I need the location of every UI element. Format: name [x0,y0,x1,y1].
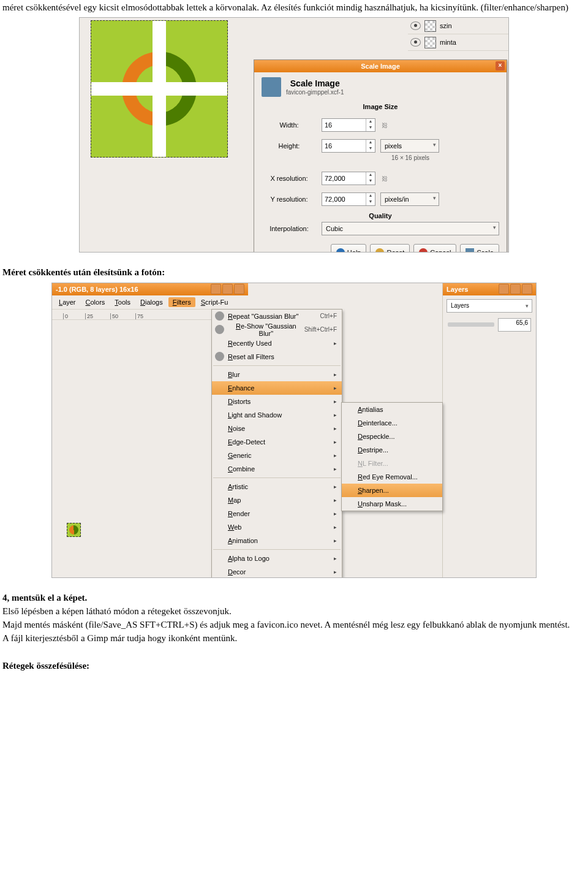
height-label: Height: [262,142,317,150]
help-button[interactable]: Help [331,244,367,253]
pixel-note: 16 × 16 pixels [322,154,499,161]
menu-item[interactable]: Destripe... [342,443,442,457]
layers-window-title: Layers [443,283,536,295]
menu-item[interactable]: Animation▸ [212,534,342,547]
favicon-preview [67,523,81,537]
menu-item[interactable]: Re-Show "Gaussian Blur"Shift+Ctrl+F [212,323,342,337]
menu-item[interactable]: Light and Shadow▸ [212,408,342,422]
menu-item[interactable]: Sharpen... [342,484,442,497]
close-icon[interactable]: × [496,61,505,70]
menu-item[interactable]: Noise▸ [212,422,342,435]
yres-input[interactable]: 72,000▲▼ [322,192,375,206]
section-quality: Quality [262,212,499,219]
cancel-button[interactable]: Cancel [413,244,456,253]
menu-item[interactable]: Repeat "Gaussian Blur"Ctrl+F [212,310,342,323]
menu-item[interactable]: Enhance▸ [212,381,342,395]
opacity-input[interactable]: 65,6 [498,318,531,332]
scale-button[interactable]: Scale [460,244,499,253]
max-icon[interactable] [222,284,233,294]
layer-thumb [424,37,436,48]
menu-item[interactable]: Combine▸ [212,462,342,476]
cancel-icon [419,248,428,253]
height-input[interactable]: 16▲▼ [322,139,375,153]
gear-icon [215,325,224,334]
interp-label: Interpolation: [262,225,317,232]
heading-sharpen: Méret csökkentés után élesítsünk a fotón… [2,266,586,278]
menu-item: NL Filter... [342,457,442,470]
heading-flatten: Rétegek összefésülése: [2,660,586,672]
yres-label: Y resolution: [262,196,317,203]
menu-item[interactable]: Blur▸ [212,368,342,381]
menu-item[interactable]: Red Eye Removal... [342,470,442,484]
menubar-item[interactable]: Colors [81,297,110,307]
menubar-item[interactable]: Layer [55,297,80,307]
menu-item[interactable]: Unsharp Mask... [342,497,442,511]
width-input[interactable]: 16▲▼ [322,118,375,132]
menubar[interactable]: LayerColorsToolsDialogsFiltersScript-Fu [52,295,248,309]
close-icon[interactable] [234,284,244,294]
body-text: Első lépésben a képen látható módon a ré… [2,605,586,617]
xres-input[interactable]: 72,000▲▼ [322,172,375,185]
scale-image-dialog: Scale Image × Scale Image favicon-gimppe… [254,59,507,253]
menubar-item[interactable]: Tools [110,297,135,307]
units-combo[interactable]: pixels [380,139,439,153]
body-text: A fájl kiterjesztésből a Gimp már tudja … [2,632,586,644]
menu-item[interactable]: Web▸ [212,520,342,534]
menu-item[interactable]: Map▸ [212,493,342,507]
scale-icon [262,77,281,97]
body-text: Majd mentés másként (file/Save_AS SFT+CT… [2,618,586,631]
reset-button[interactable]: Reset [370,244,410,253]
min-icon[interactable] [211,284,221,294]
chain-icon[interactable]: ⛓ [380,113,389,137]
layer-name: minta [440,39,456,46]
menu-item[interactable]: Distorts▸ [212,395,342,408]
eye-icon[interactable] [410,21,421,30]
filters-menu[interactable]: Repeat "Gaussian Blur"Ctrl+FRe-Show "Gau… [211,309,342,578]
image-viewport [52,320,211,577]
max-icon[interactable] [510,284,521,294]
close-icon[interactable] [522,284,532,294]
gimp-image-area [80,18,238,252]
figure-2: -1.0 (RGB, 8 layers) 16x16 LayerColorsTo… [2,283,586,580]
body-text: méret csökkentésével egy kicsit elmosódo… [2,1,586,13]
enhance-submenu[interactable]: AntialiasDeinterlace...Despeckle...Destr… [341,402,443,511]
menu-item[interactable]: Edge-Detect▸ [212,435,342,449]
eye-icon[interactable] [410,38,421,47]
help-icon [336,248,345,253]
gear-icon [215,311,224,321]
figure-1: szin minta Scale Image × Scal [2,17,586,255]
layer-row[interactable]: szin [408,18,508,34]
layer-name: szin [440,22,452,29]
width-label: Width: [262,121,317,129]
chain-icon[interactable]: ⛓ [380,166,389,191]
image-window-title: -1.0 (RGB, 8 layers) 16x16 [52,283,248,295]
menu-item[interactable]: Artistic▸ [212,480,342,493]
xres-label: X resolution: [262,175,317,182]
menubar-item[interactable]: Script-Fu [197,297,233,307]
opacity-slider[interactable] [448,322,494,327]
menubar-item[interactable]: Filters [168,297,195,307]
menu-item[interactable]: Deinterlace... [342,416,442,430]
menu-item[interactable]: Reset all Filters [212,350,342,363]
menubar-item[interactable]: Dialogs [136,297,167,307]
layer-thumb [424,20,436,32]
heading-save: 4, mentsük el a képet. [2,591,586,604]
interp-combo[interactable]: Cubic [322,222,499,235]
menu-item[interactable]: Recently Used▸ [212,337,342,350]
scale-icon [466,248,474,253]
dialog-filename: favicon-gimppel.xcf-1 [286,89,344,96]
canvas-preview [91,20,228,158]
menu-item[interactable]: Antialias [342,403,442,416]
reset-icon [375,248,384,253]
dialog-titlebar: Scale Image × [254,60,507,72]
min-icon[interactable] [499,284,509,294]
menu-item[interactable]: Generic▸ [212,449,342,462]
menu-item[interactable]: Despeckle... [342,430,442,443]
menu-item[interactable]: Alpha to Logo▸ [212,552,342,565]
layers-combo[interactable]: Layers [447,299,532,313]
layer-row[interactable]: minta [408,34,508,51]
section-image-size: Image Size [262,103,499,110]
menu-item[interactable]: Decor▸ [212,565,342,578]
menu-item[interactable]: Render▸ [212,507,342,520]
resunits-combo[interactable]: pixels/in [380,192,439,206]
